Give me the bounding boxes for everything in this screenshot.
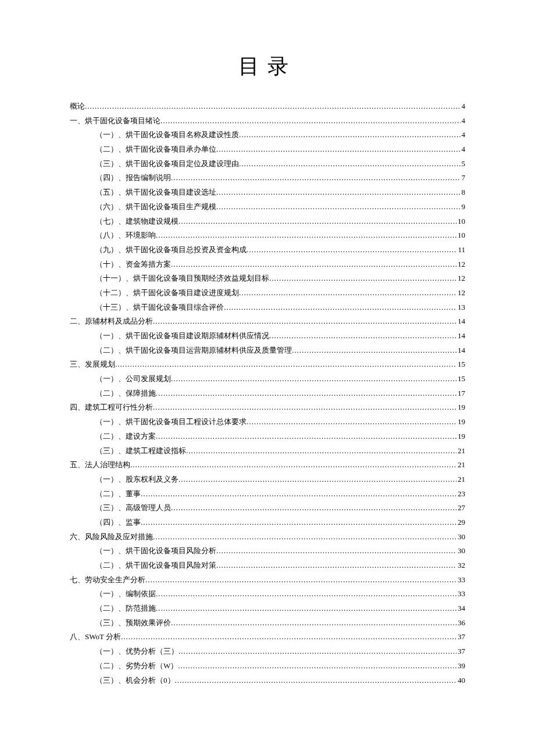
toc-entry-label: 一、烘干固化设备项目绪论 — [70, 114, 160, 128]
toc-entry-page: 12 — [456, 257, 465, 272]
toc-entry-page: 15 — [456, 357, 465, 372]
toc-entry-label: （十一）、烘干固化设备项目预期经济效益规划目标 — [95, 271, 269, 286]
toc-entry-page: 12 — [456, 286, 465, 300]
toc-entry-label: （二）、劣势分析（W） — [95, 659, 178, 673]
toc-entry-label: （四）、报告编制说明 — [95, 171, 171, 185]
toc-entry: 七、劳动安全生产分析33 — [70, 573, 465, 587]
toc-leader-dots — [85, 99, 461, 114]
toc-entry-label: （十三）、烘干固化设备项目综合评价 — [95, 300, 224, 315]
toc-leader-dots — [156, 601, 456, 616]
toc-entry-page: 30 — [456, 530, 465, 544]
toc-entry-label: （一）、烘干固化设备项目工程设计总体要求 — [95, 415, 247, 429]
toc-entry-label: （十二）、烘干固化设备项目建设进度规划 — [95, 286, 239, 300]
toc-entry-label: （二）、保障措施 — [95, 386, 156, 401]
toc-entry-page: 19 — [456, 429, 465, 444]
toc-leader-dots — [121, 630, 456, 644]
toc-leader-dots — [115, 357, 456, 372]
toc-entry-page: 27 — [456, 501, 465, 515]
toc-entry: （三）、预期效果评价36 — [70, 616, 465, 630]
toc-entry-label: （一）、编制依据 — [95, 587, 156, 601]
toc-entry-label: （九）、烘干固化设备项目总投资及资金构成 — [95, 243, 247, 257]
toc-entry: （十）、资金筹措方案12 — [70, 257, 465, 272]
table-of-contents: 概论4一、烘干固化设备项目绪论4（一）、烘干固化设备项目名称及建设性质4（二）、… — [70, 99, 465, 687]
toc-entry-label: 五、法人治理结构 — [70, 458, 130, 472]
toc-entry: （一）、烘干固化设备项目建设期原辅材料供应情况14 — [70, 329, 465, 343]
toc-leader-dots — [216, 142, 461, 157]
toc-entry-label: （一）、股东权利及义务 — [95, 472, 179, 487]
toc-leader-dots — [171, 257, 456, 272]
toc-entry-page: 13 — [456, 300, 465, 315]
toc-entry: （六）、烘干固化设备项目生产规模9 — [70, 200, 465, 214]
toc-entry-label: （五）、烘干固化设备项目建设选址 — [95, 185, 216, 200]
toc-entry-label: （一）、烘干固化设备项目建设期原辅材料供应情况 — [95, 329, 269, 343]
toc-entry-label: 四、建筑工程可行性分析 — [70, 400, 153, 415]
toc-leader-dots — [171, 501, 456, 515]
toc-entry-page: 14 — [456, 314, 465, 329]
toc-entry-label: （八）、环境影响 — [95, 228, 156, 243]
toc-entry: （三）、烘干固化设备项目定位及建设理由5 — [70, 157, 465, 171]
toc-entry: （十二）、烘干固化设备项目建设进度规划12 — [70, 286, 465, 300]
toc-entry: （二）、烘干固化设备项目运营期原辅材料供应及质量管理14 — [70, 343, 465, 358]
toc-entry-page: 4 — [461, 114, 466, 128]
toc-leader-dots — [156, 386, 456, 401]
toc-entry: 一、烘干固化设备项目绪论4 — [70, 114, 465, 128]
toc-entry-page: 36 — [456, 616, 465, 630]
toc-leader-dots — [178, 659, 456, 673]
toc-leader-dots — [156, 587, 456, 601]
toc-entry-page: 33 — [456, 573, 465, 587]
toc-leader-dots — [171, 171, 461, 185]
page-title: 目录 — [70, 52, 465, 81]
toc-entry-page: 9 — [461, 200, 466, 214]
toc-entry-page: 39 — [456, 659, 465, 673]
toc-entry-page: 14 — [456, 343, 465, 358]
toc-entry-page: 17 — [456, 386, 465, 401]
toc-entry: 八、SWoT 分析37 — [70, 630, 465, 644]
toc-entry-page: 21 — [456, 444, 465, 458]
toc-entry-page: 14 — [456, 329, 465, 343]
toc-entry: （二）、烘干固化设备项目承办单位4 — [70, 142, 465, 157]
toc-entry-label: 三、发展规划 — [70, 357, 115, 372]
toc-entry: （七）、建筑物建设规模10 — [70, 214, 465, 229]
toc-entry-label: （二）、烘干固化设备项目运营期原辅材料供应及质量管理 — [95, 343, 292, 358]
toc-entry-page: 10 — [456, 214, 465, 229]
toc-entry-page: 15 — [456, 372, 465, 386]
toc-leader-dots — [141, 515, 456, 530]
toc-leader-dots — [216, 558, 456, 573]
toc-leader-dots — [224, 300, 456, 315]
toc-entry: （二）、保障措施17 — [70, 386, 465, 401]
toc-leader-dots — [145, 573, 456, 587]
toc-entry: （一）、股东权利及义务21 — [70, 472, 465, 487]
toc-leader-dots — [216, 185, 461, 200]
toc-leader-dots — [130, 458, 456, 472]
toc-entry-page: 4 — [461, 142, 466, 157]
toc-entry-label: （四）、监事 — [95, 515, 141, 530]
toc-entry-page: 10 — [456, 228, 465, 243]
toc-leader-dots — [171, 616, 456, 630]
toc-entry: （二）、烘干固化设备项目风险对策32 — [70, 558, 465, 573]
toc-entry-label: 八、SWoT 分析 — [70, 630, 121, 644]
toc-entry-page: 37 — [456, 644, 465, 659]
toc-entry: 三、发展规划15 — [70, 357, 465, 372]
toc-entry-label: （一）、烘干固化设备项目名称及建设性质 — [95, 128, 239, 142]
toc-entry-label: （二）、烘干固化设备项目承办单位 — [95, 142, 216, 157]
toc-entry-page: 40 — [456, 673, 465, 688]
toc-entry: （一）、编制依据33 — [70, 587, 465, 601]
toc-entry-page: 33 — [456, 587, 465, 601]
toc-entry: 六、风险风险及应对措施30 — [70, 530, 465, 544]
toc-entry: （二）、劣势分析（W）39 — [70, 659, 465, 673]
toc-entry-label: 概论 — [70, 99, 85, 114]
toc-leader-dots — [247, 415, 456, 429]
toc-entry-label: （三）、机会分析（0） — [95, 673, 175, 688]
toc-entry-page: 19 — [456, 415, 465, 429]
toc-entry-page: 32 — [456, 558, 465, 573]
toc-leader-dots — [153, 530, 456, 544]
toc-leader-dots — [153, 314, 456, 329]
toc-entry-label: （七）、建筑物建设规模 — [95, 214, 179, 229]
toc-entry-label: 七、劳动安全生产分析 — [70, 573, 145, 587]
toc-entry-page: 23 — [456, 487, 465, 501]
toc-entry-label: （六）、烘干固化设备项目生产规模 — [95, 200, 216, 214]
toc-leader-dots — [160, 114, 461, 128]
toc-leader-dots — [292, 343, 456, 358]
toc-leader-dots — [179, 644, 456, 659]
toc-entry-page: 8 — [461, 185, 466, 200]
